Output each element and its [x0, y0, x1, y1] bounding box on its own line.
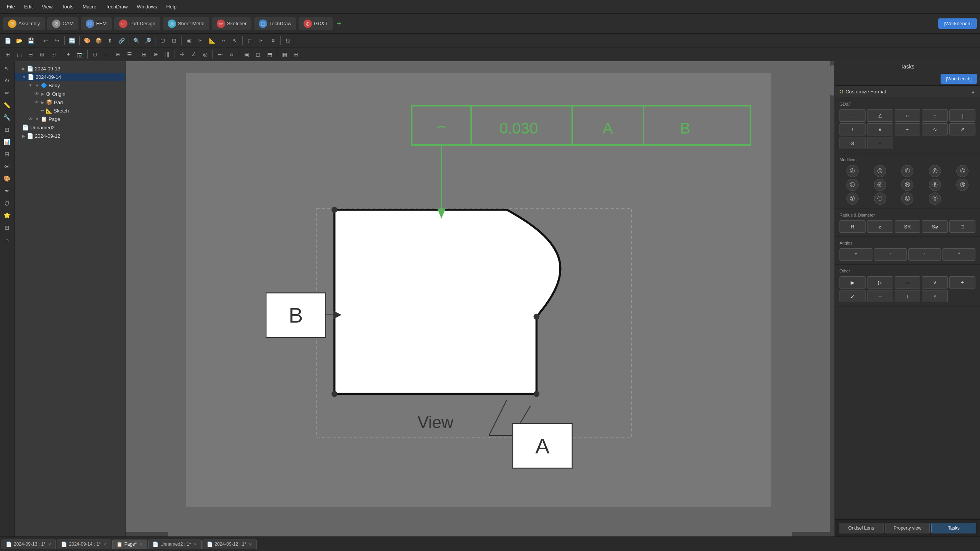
canvas-area[interactable]: ⌢ 0.030 A B B View: [126, 61, 835, 536]
tb2-r1[interactable]: ⊷: [215, 49, 225, 60]
tool-ruler[interactable]: 📏: [2, 99, 13, 111]
tb2-11[interactable]: ☰: [124, 49, 135, 60]
export-icon[interactable]: ⬆: [105, 35, 115, 46]
omega-icon[interactable]: Ω: [283, 35, 293, 46]
mod-btn-s[interactable]: Ⓢ: [846, 192, 859, 205]
angle-btn-arcmin[interactable]: ′: [874, 248, 907, 261]
tab-close-btn[interactable]: ×: [103, 541, 107, 547]
wb-sheetmetal-btn[interactable]: ◎ Sheet Metal: [163, 17, 209, 30]
gdt-btn-angle[interactable]: ∠: [867, 109, 893, 122]
mod-btn-m[interactable]: Ⓜ: [874, 179, 886, 191]
tb2-1[interactable]: ⊞: [2, 49, 13, 60]
other-btn-x[interactable]: ×: [922, 290, 948, 302]
angle-btn-arcsec[interactable]: ″: [908, 248, 941, 261]
tool-eye[interactable]: 👁: [2, 161, 13, 172]
tree-unnamed2[interactable]: 📄 Unnamed2: [15, 123, 125, 132]
draw-style-icon[interactable]: 🎨: [82, 35, 92, 46]
other-btn-plusminus[interactable]: ±: [949, 276, 975, 289]
tool-pencil[interactable]: ✏: [2, 87, 13, 99]
tab-close-btn[interactable]: ×: [47, 541, 52, 547]
menu-macro[interactable]: Macro: [79, 2, 100, 11]
other-btn-down[interactable]: ↓: [895, 290, 921, 302]
wb-partdesign-btn[interactable]: ↩ Part Design: [114, 17, 160, 30]
tab-2024-09-12[interactable]: 📄 2024-09-12 : 1* ×: [203, 540, 257, 549]
menu-edit[interactable]: Edit: [20, 2, 36, 11]
rd-btn-diameter[interactable]: ⌀: [867, 220, 893, 233]
other-btn-leftright[interactable]: ↔: [867, 290, 893, 302]
open-file-icon[interactable]: 📂: [14, 35, 24, 46]
tree-sketch[interactable]: ✏ 📐 Sketch: [15, 106, 125, 115]
gdt-btn-flat[interactable]: —: [840, 109, 866, 122]
mod-btn-u[interactable]: Ⓤ: [901, 192, 913, 205]
tree-date-2024-09-13[interactable]: ▶ 📄 2024-09-13: [15, 64, 125, 73]
workbench-selector-btn[interactable]: [Workbench]: [938, 18, 977, 29]
workbench-btn[interactable]: [Workbench]: [941, 74, 977, 84]
tab-2024-09-14[interactable]: 📄 2024-09-14 : 1* ×: [57, 540, 111, 549]
refresh-icon[interactable]: 🔄: [67, 35, 77, 46]
tree-date-2024-09-12[interactable]: ▶ 📄 2024-09-12: [15, 132, 125, 140]
cut-icon[interactable]: ✂: [256, 35, 267, 46]
tb2-r2[interactable]: ⌀: [226, 49, 237, 60]
mod-btn-p[interactable]: Ⓟ: [929, 179, 941, 191]
tb2-r4[interactable]: ◻: [253, 49, 263, 60]
menu-help[interactable]: Help: [162, 2, 180, 11]
tree-body[interactable]: 👁 ▼ 🔷 Body: [15, 81, 125, 90]
wb-cam-btn[interactable]: ⚙ CAM: [47, 17, 78, 30]
tool-arch[interactable]: ⌂: [2, 234, 13, 246]
menu-techdraw[interactable]: TechDraw: [102, 2, 132, 11]
tab-page[interactable]: 📋 Page* ×: [112, 540, 147, 549]
wb-gdt-btn[interactable]: ⊕ GD&T: [299, 17, 333, 30]
other-btn-dash[interactable]: —: [895, 276, 921, 289]
tool-block[interactable]: ⊞: [2, 222, 13, 233]
tb2-4[interactable]: ⊠: [37, 49, 47, 60]
gdt-btn-arc[interactable]: ⌢: [895, 123, 921, 135]
tb2-2[interactable]: ⬚: [14, 49, 24, 60]
tb2-r6[interactable]: ▦: [279, 49, 290, 60]
new-file-icon[interactable]: 📄: [2, 35, 13, 46]
tree-origin[interactable]: 👁 ▶ ⊕ Origin: [15, 90, 125, 98]
ondsel-lens-btn[interactable]: Ondsel Lens: [839, 523, 884, 533]
visibility-icon[interactable]: 👁: [34, 99, 39, 105]
tb2-r3[interactable]: ▣: [241, 49, 252, 60]
tool-star[interactable]: ⭐: [2, 210, 13, 221]
zoom-out-icon[interactable]: 🔎: [142, 35, 153, 46]
tool-cursor[interactable]: ↖: [2, 63, 13, 74]
mod-btn-e[interactable]: Ⓔ: [901, 165, 913, 177]
tb2-6[interactable]: ✦: [63, 49, 74, 60]
tb2-7[interactable]: 📷: [75, 49, 85, 60]
tab-unnamed2[interactable]: 📄 Unnamed2 : 1* ×: [148, 540, 202, 549]
undo-icon[interactable]: ↩: [40, 35, 51, 46]
mod-btn-f[interactable]: Ⓕ: [929, 165, 941, 177]
mod-btn-a[interactable]: Ⓐ: [846, 165, 859, 177]
gdt-btn-wave[interactable]: ∿: [922, 123, 948, 135]
other-btn-tri2[interactable]: ▷: [867, 276, 893, 289]
tab-close-btn[interactable]: ×: [193, 541, 198, 547]
tb2-center[interactable]: ⊕: [150, 49, 161, 60]
menu-file[interactable]: File: [3, 2, 19, 11]
tree-page[interactable]: 👁 ▼ 📋 Page: [15, 115, 125, 123]
tb2-angle[interactable]: ∠: [188, 49, 199, 60]
tool-layers[interactable]: ⊟: [2, 148, 13, 160]
tb2-3[interactable]: ⊟: [25, 49, 36, 60]
wb-fem-btn[interactable]: ⬡ FEM: [81, 17, 111, 30]
add-workbench-btn[interactable]: +: [336, 19, 341, 29]
box-icon[interactable]: ▢: [245, 35, 255, 46]
tool-rotate[interactable]: ↻: [2, 75, 13, 86]
menu-windows[interactable]: Windows: [133, 2, 161, 11]
menu-tools[interactable]: Tools: [58, 2, 77, 11]
customize-format-header[interactable]: Ω Customize Format ▲: [835, 86, 980, 98]
rd-btn-sdia[interactable]: S⌀: [922, 220, 948, 233]
menu-view[interactable]: View: [38, 2, 56, 11]
tb2-10[interactable]: ⊕: [113, 49, 123, 60]
tab-close-btn[interactable]: ×: [139, 541, 143, 547]
mod-btn-l[interactable]: Ⓛ: [846, 179, 859, 191]
other-btn-corner[interactable]: ↙: [840, 290, 866, 302]
save-icon[interactable]: 💾: [25, 35, 36, 46]
property-view-btn[interactable]: Property view: [885, 523, 930, 533]
mod-btn-n[interactable]: Ⓝ: [901, 179, 913, 191]
mod-btn-t[interactable]: Ⓣ: [874, 192, 886, 205]
move-icon[interactable]: ↔: [218, 35, 229, 46]
tree-pad[interactable]: 👁 ▶ 📦 Pad: [15, 98, 125, 106]
gdt-btn-diag[interactable]: ↗: [949, 123, 975, 135]
tool-draw[interactable]: ✒: [2, 185, 13, 197]
